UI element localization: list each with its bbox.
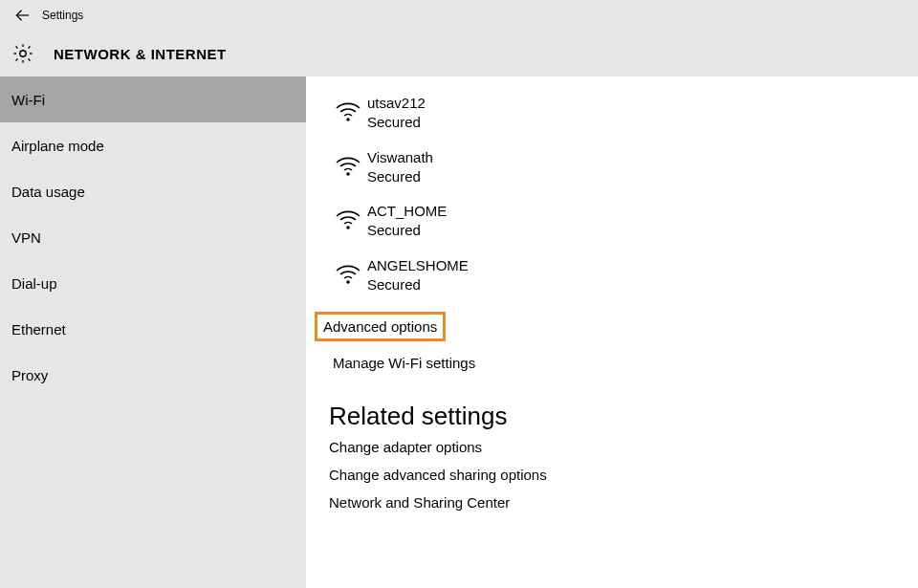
wifi-icon bbox=[329, 256, 367, 291]
sidebar-item-label: Proxy bbox=[11, 367, 48, 383]
titlebar-label: Settings bbox=[42, 9, 83, 22]
wifi-network-row[interactable]: utsav212 Secured bbox=[329, 86, 918, 141]
wifi-network-name: utsav212 bbox=[367, 94, 426, 113]
sidebar-item-label: Ethernet bbox=[11, 321, 66, 338]
svg-point-3 bbox=[346, 172, 350, 176]
sidebar: Wi-Fi Airplane mode Data usage VPN Dial-… bbox=[0, 76, 306, 588]
link-label: Manage Wi-Fi settings bbox=[333, 355, 475, 371]
wifi-network-status: Secured bbox=[367, 113, 426, 132]
page-title: NETWORK & INTERNET bbox=[54, 46, 227, 62]
wifi-icon bbox=[329, 202, 367, 236]
content-pane: utsav212 Secured Viswanath Secured bbox=[306, 76, 918, 588]
sidebar-item-label: Wi-Fi bbox=[11, 92, 45, 108]
link-label: Change adapter options bbox=[329, 439, 482, 455]
advanced-options-link[interactable]: Advanced options bbox=[315, 312, 446, 341]
svg-point-2 bbox=[346, 118, 350, 121]
sidebar-item-label: Data usage bbox=[11, 184, 85, 200]
link-label: Change advanced sharing options bbox=[329, 467, 547, 483]
wifi-network-status: Secured bbox=[367, 167, 433, 186]
related-settings-heading: Related settings bbox=[329, 402, 918, 431]
svg-point-1 bbox=[20, 51, 26, 56]
sidebar-item-label: Dial-up bbox=[11, 275, 57, 292]
wifi-network-status: Secured bbox=[367, 275, 469, 294]
sidebar-item-ethernet[interactable]: Ethernet bbox=[0, 306, 306, 352]
link-label: Advanced options bbox=[323, 318, 437, 335]
svg-point-4 bbox=[346, 226, 350, 229]
wifi-icon bbox=[329, 148, 367, 183]
wifi-icon bbox=[329, 94, 367, 128]
sidebar-item-label: VPN bbox=[11, 229, 41, 246]
wifi-network-row[interactable]: ANGELSHOME Secured bbox=[329, 249, 918, 303]
page-header: NETWORK & INTERNET bbox=[0, 31, 918, 76]
sidebar-item-proxy[interactable]: Proxy bbox=[0, 352, 306, 398]
gear-icon bbox=[10, 40, 36, 67]
manage-wifi-link[interactable]: Manage Wi-Fi settings bbox=[329, 347, 479, 379]
svg-point-5 bbox=[346, 280, 350, 284]
related-link-adapter[interactable]: Change adapter options bbox=[329, 439, 918, 455]
wifi-network-status: Secured bbox=[367, 221, 447, 240]
sidebar-item-label: Airplane mode bbox=[11, 138, 104, 154]
sidebar-item-wifi[interactable]: Wi-Fi bbox=[0, 76, 306, 122]
wifi-network-name: Viswanath bbox=[367, 148, 433, 167]
wifi-network-row[interactable]: ACT_HOME Secured bbox=[329, 194, 918, 249]
wifi-network-name: ACT_HOME bbox=[367, 202, 447, 221]
related-link-network-center[interactable]: Network and Sharing Center bbox=[329, 494, 918, 511]
sidebar-item-dial-up[interactable]: Dial-up bbox=[0, 260, 306, 306]
related-link-sharing[interactable]: Change advanced sharing options bbox=[329, 467, 918, 483]
sidebar-item-airplane-mode[interactable]: Airplane mode bbox=[0, 122, 306, 168]
titlebar: Settings bbox=[0, 0, 918, 31]
sidebar-item-data-usage[interactable]: Data usage bbox=[0, 168, 306, 214]
link-label: Network and Sharing Center bbox=[329, 494, 510, 511]
sidebar-item-vpn[interactable]: VPN bbox=[0, 214, 306, 260]
back-button[interactable] bbox=[4, 0, 42, 31]
wifi-network-row[interactable]: Viswanath Secured bbox=[329, 141, 918, 195]
wifi-network-name: ANGELSHOME bbox=[367, 256, 469, 275]
